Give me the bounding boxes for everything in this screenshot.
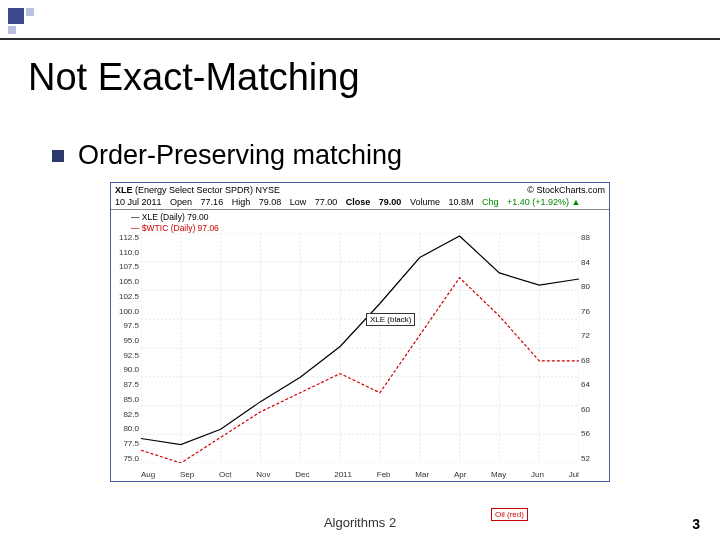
bullet-square-icon xyxy=(52,150,64,162)
chart-symbol-desc: (Energy Select Sector SPDR) NYSE xyxy=(135,185,280,195)
slide-title: Not Exact-Matching xyxy=(28,56,360,99)
footer-center: Algorithms 2 xyxy=(0,515,720,530)
page-number: 3 xyxy=(692,516,700,532)
legend-xle: — XLE (Daily) 79.00 xyxy=(131,212,609,222)
slide-corner-decoration xyxy=(8,8,36,36)
chart-symbol: XLE xyxy=(115,185,133,195)
chart-container: XLE (Energy Select Sector SPDR) NYSE © S… xyxy=(110,182,610,482)
chart-header: XLE (Energy Select Sector SPDR) NYSE © S… xyxy=(111,183,609,210)
plot-label-xle: XLE (black) xyxy=(366,313,415,326)
chart-legend: — XLE (Daily) 79.00 — $WTIC (Daily) 97.0… xyxy=(111,210,609,232)
bullet-item: Order-Preserving matching xyxy=(52,140,402,171)
x-axis: AugSepOctNovDec2011FebMarAprMayJunJul xyxy=(141,470,579,479)
bullet-text: Order-Preserving matching xyxy=(78,140,402,171)
y-axis-left: 112.5110.0107.5105.0102.5100.097.595.092… xyxy=(113,233,139,463)
chart-plot-area xyxy=(141,233,579,463)
header-rule xyxy=(0,38,720,40)
y-axis-right: 88848076726864605652 xyxy=(581,233,607,463)
chart-date: 10 Jul 2011 xyxy=(115,197,162,207)
legend-oil: — $WTIC (Daily) 97.06 xyxy=(131,223,609,233)
chart-source: © StockCharts.com xyxy=(527,185,605,197)
chart-svg xyxy=(141,233,579,463)
